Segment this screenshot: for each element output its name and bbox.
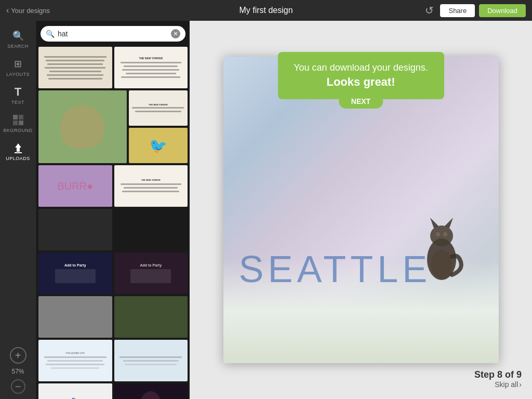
media-thumb-16[interactable]: eBay xyxy=(38,383,112,399)
tooltip-line2: Looks great! xyxy=(294,75,429,89)
topbar: ‹ Your designs My first design ↺ Share D… xyxy=(0,0,532,21)
canvas-seattle-text: SEATTLE xyxy=(239,248,432,290)
media-grid: THE NEW YORKER xyxy=(36,47,190,399)
zoom-out-button[interactable]: − xyxy=(11,379,25,394)
topbar-actions: ↺ Share Download xyxy=(423,2,526,19)
media-panel: 🔍 ✕ xyxy=(36,21,190,399)
sidebar-item-text[interactable]: T TEXT xyxy=(0,82,36,109)
media-thumb-12[interactable] xyxy=(38,296,112,338)
search-bar: 🔍 ✕ xyxy=(41,26,185,42)
back-label: Your designs xyxy=(11,7,50,15)
media-thumb-10[interactable]: Add to Party xyxy=(38,252,112,294)
tooltip-line1: You can download your designs. xyxy=(294,62,429,73)
search-input[interactable] xyxy=(58,30,168,38)
svg-point-7 xyxy=(430,225,453,246)
download-button[interactable]: Download xyxy=(479,4,526,17)
sidebar-label-background: BKGROUND xyxy=(3,128,32,133)
media-thumb-9[interactable] xyxy=(114,209,188,250)
media-thumb-5[interactable]: 🐦 xyxy=(129,128,188,163)
back-button[interactable]: ‹ Your designs xyxy=(6,6,50,15)
page-title: My first design xyxy=(239,6,292,15)
step-text: Step 8 of 9 xyxy=(474,369,522,380)
tooltip-next-button[interactable]: NEXT xyxy=(339,94,383,109)
sidebar-item-uploads[interactable]: UPLOADS xyxy=(0,138,36,165)
media-thumb-6[interactable]: BURR● xyxy=(38,165,112,207)
media-thumb-13[interactable] xyxy=(114,296,188,338)
share-button[interactable]: Share xyxy=(440,4,475,17)
download-tooltip: You can download your designs. Looks gre… xyxy=(278,52,444,99)
media-thumb-17[interactable] xyxy=(114,383,188,399)
sidebar: 🔍 SEARCH ⊞ LAYOUTS T TEXT BKGROUND xyxy=(0,21,36,399)
back-chevron-icon: ‹ xyxy=(6,6,9,15)
sidebar-item-layouts[interactable]: ⊞ LAYOUTS xyxy=(0,54,36,81)
media-thumb-7[interactable]: THE NEW YORKER xyxy=(114,165,188,207)
sidebar-label-layouts: LAYOUTS xyxy=(6,72,30,77)
sidebar-item-search[interactable]: 🔍 SEARCH xyxy=(0,26,36,53)
media-thumb-15[interactable] xyxy=(114,340,188,381)
media-thumb-3[interactable] xyxy=(38,90,127,163)
canvas-area: SEATTLE You can download your designs. L… xyxy=(190,21,532,399)
svg-rect-5 xyxy=(15,152,22,153)
clear-search-button[interactable]: ✕ xyxy=(171,29,180,38)
search-icon: 🔍 xyxy=(12,30,24,42)
skip-all-label: Skip all xyxy=(495,380,518,389)
sidebar-label-search: SEARCH xyxy=(7,44,29,49)
media-thumb-1[interactable] xyxy=(38,47,112,88)
uploads-icon xyxy=(12,142,24,154)
skip-all-chevron-icon: › xyxy=(519,380,522,389)
svg-point-11 xyxy=(436,232,440,236)
svg-rect-3 xyxy=(19,121,23,125)
layouts-icon: ⊞ xyxy=(12,58,24,70)
undo-button[interactable]: ↺ xyxy=(423,2,436,19)
svg-point-10 xyxy=(431,250,452,279)
svg-point-12 xyxy=(443,232,447,236)
svg-marker-9 xyxy=(445,218,453,228)
svg-rect-2 xyxy=(13,121,18,125)
media-thumb-8[interactable] xyxy=(38,209,112,250)
sidebar-bottom: + 57% − xyxy=(0,342,36,399)
text-icon: T xyxy=(12,86,24,98)
background-icon xyxy=(12,114,24,126)
sidebar-label-text: TEXT xyxy=(11,100,24,105)
media-thumb-14[interactable]: mail.google.com xyxy=(38,340,112,381)
main-area: 🔍 SEARCH ⊞ LAYOUTS T TEXT BKGROUND xyxy=(0,21,532,399)
zoom-in-button[interactable]: + xyxy=(10,347,26,364)
svg-marker-8 xyxy=(430,218,438,228)
sidebar-label-uploads: UPLOADS xyxy=(6,156,30,161)
svg-rect-0 xyxy=(13,115,18,119)
step-indicator: Step 8 of 9 Skip all › xyxy=(474,369,522,389)
media-thumb-11[interactable]: Add to Party xyxy=(114,252,188,294)
zoom-level: 57% xyxy=(11,368,24,375)
svg-rect-1 xyxy=(19,115,23,119)
media-thumb-2[interactable]: THE NEW YORKER xyxy=(114,47,188,88)
skip-all-button[interactable]: Skip all › xyxy=(474,380,522,389)
svg-marker-4 xyxy=(15,143,21,152)
search-bar-icon: 🔍 xyxy=(46,30,55,38)
sidebar-item-background[interactable]: BKGROUND xyxy=(0,110,36,137)
media-thumb-4[interactable]: THE NEW YORKER xyxy=(129,90,188,126)
